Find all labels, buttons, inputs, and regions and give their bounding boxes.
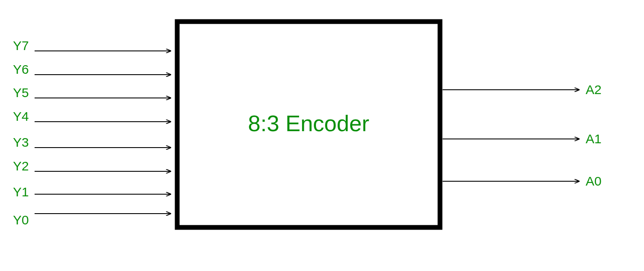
encoder-diagram: 8:3 Encoder Y7 Y6 Y5 Y4 Y3 Y2 Y1 Y0 A2 A… xyxy=(0,0,644,271)
input-label-y3: Y3 xyxy=(13,135,29,149)
block-title: 8:3 Encoder xyxy=(248,111,369,136)
input-label-y5: Y5 xyxy=(13,85,29,100)
input-label-y1: Y1 xyxy=(13,185,29,199)
input-label-y2: Y2 xyxy=(13,159,29,173)
output-label-a0: A0 xyxy=(586,174,602,188)
output-label-a1: A1 xyxy=(586,132,602,146)
input-label-y7: Y7 xyxy=(13,38,29,53)
input-label-y6: Y6 xyxy=(13,62,29,76)
input-label-y4: Y4 xyxy=(13,109,29,123)
input-label-y0: Y0 xyxy=(13,213,29,227)
output-label-a2: A2 xyxy=(586,82,602,97)
